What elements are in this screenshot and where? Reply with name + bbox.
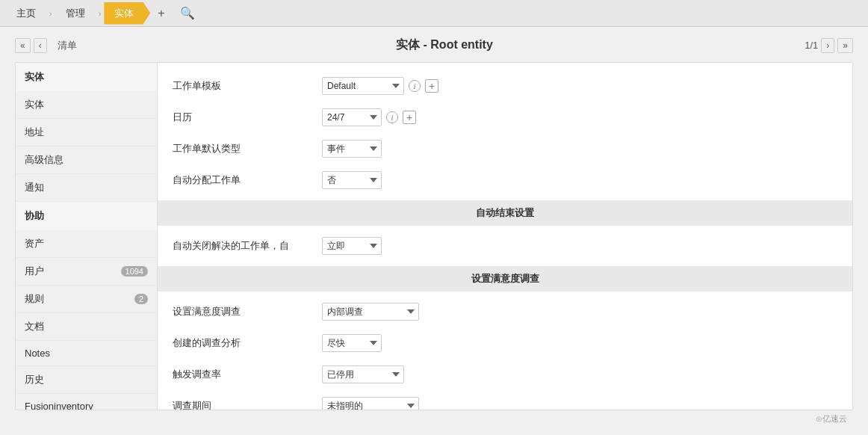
list-link[interactable]: 清单 <box>50 39 84 52</box>
main-container: « ‹ 清单 实体 - Root entity 1/1 › » 实体 实体 地址… <box>0 27 868 435</box>
auto-assign-row: 自动分配工作单 否 <box>173 169 837 191</box>
record-nav: « ‹ 清单 实体 - Root entity 1/1 › » <box>15 34 853 56</box>
calendar-select[interactable]: 24/7 <box>322 108 382 126</box>
survey-row: 设置满意度调查 内部调查 <box>173 300 837 323</box>
survey-rate-controls: 已停用 <box>322 365 404 383</box>
first-record-btn[interactable]: « <box>15 38 31 53</box>
survey-create-label: 创建的调查分析 <box>173 336 322 350</box>
search-icon[interactable]: 🔍 <box>173 1 202 25</box>
watermark: ⊙亿速云 <box>816 413 847 425</box>
ticket-type-select[interactable]: 事件 <box>322 140 382 158</box>
prev-record-btn[interactable]: ‹ <box>34 38 47 53</box>
nav-sep-2: › <box>96 9 105 18</box>
sidebar-item-address[interactable]: 地址 <box>16 119 157 146</box>
ticket-template-add-icon[interactable]: + <box>425 79 438 93</box>
survey-rate-label: 触发调查率 <box>173 368 322 381</box>
sidebar-item-users[interactable]: 用户 1094 <box>16 258 157 286</box>
ticket-type-controls: 事件 <box>322 140 382 158</box>
calendar-label: 日历 <box>173 111 322 124</box>
auto-assign-controls: 否 <box>322 171 382 189</box>
survey-period-controls: 未指明的 <box>322 397 419 410</box>
form-area: 工作单模板 Default i + 日历 24/7 i + <box>158 63 852 410</box>
nav-sep-1: › <box>46 9 55 18</box>
sidebar-item-history[interactable]: 历史 <box>16 366 157 394</box>
ticket-template-label: 工作单模板 <box>173 79 322 93</box>
sidebar: 实体 实体 地址 高级信息 通知 协助 资产 用户 1094 规则 <box>16 63 158 410</box>
nav-entity[interactable]: 实体 <box>104 2 150 25</box>
survey-create-row: 创建的调查分析 尽快 <box>173 332 837 354</box>
survey-period-select[interactable]: 未指明的 <box>322 397 419 410</box>
bottom-bar: ⊙亿速云 <box>15 410 853 428</box>
sidebar-item-entity[interactable]: 实体 <box>16 91 157 119</box>
record-pagination: 1/1 › » <box>805 38 853 53</box>
survey-period-label: 调查期间 <box>173 399 322 410</box>
ticket-template-row: 工作单模板 Default i + <box>173 75 837 97</box>
users-badge: 1094 <box>121 266 148 277</box>
auto-assign-label: 自动分配工作单 <box>173 173 322 187</box>
calendar-add-icon[interactable]: + <box>403 111 416 124</box>
record-title: 实体 - Root entity <box>84 37 805 53</box>
auto-close-label: 自动关闭解决的工作单，自 <box>173 239 322 253</box>
sidebar-item-notify[interactable]: 通知 <box>16 174 157 202</box>
calendar-controls: 24/7 i + <box>322 108 416 126</box>
calendar-info-icon[interactable]: i <box>386 111 398 123</box>
sidebar-item-docs[interactable]: 文档 <box>16 313 157 341</box>
ticket-template-select[interactable]: Default <box>322 77 404 95</box>
sidebar-section-entity: 实体 <box>16 63 157 91</box>
ticket-type-row: 工作单默认类型 事件 <box>173 138 837 160</box>
ticket-template-info-icon[interactable]: i <box>409 80 421 92</box>
sidebar-item-assets[interactable]: 资产 <box>16 230 157 258</box>
ticket-template-controls: Default i + <box>322 77 438 95</box>
auto-close-row: 自动关闭解决的工作单，自 立即 <box>173 235 837 257</box>
sidebar-section-help: 协助 <box>16 202 157 230</box>
survey-controls: 内部调查 <box>322 303 419 321</box>
auto-close-controls: 立即 <box>322 237 382 255</box>
survey-select[interactable]: 内部调查 <box>322 303 419 321</box>
pagination-text: 1/1 <box>805 40 818 51</box>
survey-section: 设置满意度调查 <box>158 266 852 291</box>
auto-close-section: 自动结束设置 <box>158 200 852 226</box>
last-record-btn[interactable]: » <box>837 38 853 53</box>
survey-period-row: 调查期间 未指明的 <box>173 395 837 410</box>
content-card: 实体 实体 地址 高级信息 通知 协助 资产 用户 1094 规则 <box>15 62 853 410</box>
auto-close-select[interactable]: 立即 <box>322 237 382 255</box>
survey-rate-row: 触发调查率 已停用 <box>173 363 837 386</box>
nav-home[interactable]: 主页 <box>6 2 46 25</box>
record-nav-left: « ‹ 清单 <box>15 38 84 53</box>
survey-label: 设置满意度调查 <box>173 305 322 318</box>
ticket-type-label: 工作单默认类型 <box>173 142 322 155</box>
sidebar-item-rules[interactable]: 规则 2 <box>16 286 157 313</box>
next-record-btn[interactable]: › <box>821 38 834 53</box>
auto-assign-select[interactable]: 否 <box>322 171 382 189</box>
top-navbar: 主页 › 管理 › 实体 + 🔍 <box>0 0 868 27</box>
survey-rate-select[interactable]: 已停用 <box>322 365 404 383</box>
nav-admin[interactable]: 管理 <box>55 2 96 25</box>
sidebar-item-advanced[interactable]: 高级信息 <box>16 146 157 174</box>
rules-badge: 2 <box>134 294 148 304</box>
sidebar-item-notes[interactable]: Notes <box>16 341 157 366</box>
add-icon[interactable]: + <box>150 2 172 25</box>
calendar-row: 日历 24/7 i + <box>173 106 837 129</box>
survey-create-select[interactable]: 尽快 <box>322 334 382 352</box>
survey-create-controls: 尽快 <box>322 334 382 352</box>
sidebar-item-fusion[interactable]: Fusioninventory <box>16 394 157 410</box>
